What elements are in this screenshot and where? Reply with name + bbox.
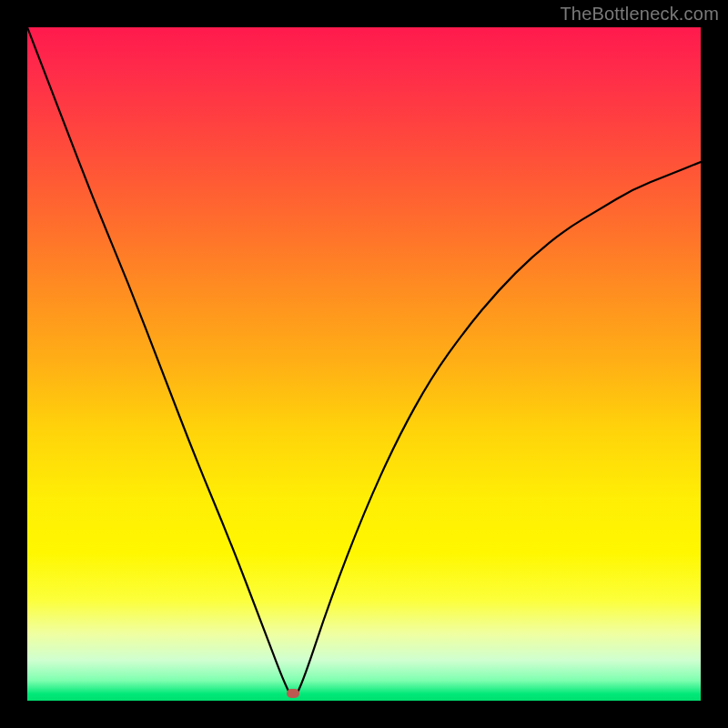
curve-path	[27, 27, 701, 695]
bottleneck-curve	[27, 27, 701, 701]
chart-stage: TheBottleneck.com	[0, 0, 728, 728]
plot-area	[27, 27, 701, 701]
optimal-point-marker	[287, 689, 299, 698]
watermark-text: TheBottleneck.com	[560, 4, 719, 25]
